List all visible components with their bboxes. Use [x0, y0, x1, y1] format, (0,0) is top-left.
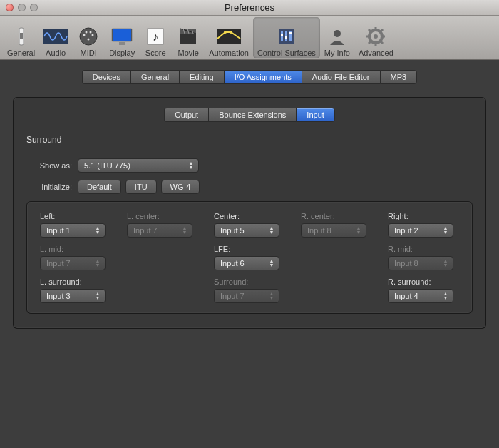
channel-value: Input 1	[46, 226, 71, 235]
channel-cell	[301, 245, 372, 270]
channel-label: Left:	[40, 212, 111, 220]
svg-point-18	[230, 31, 232, 34]
arrows-icon: ▲▼	[93, 290, 102, 302]
toolbar-my-info[interactable]: My Info	[320, 17, 354, 58]
tab-i-o-assignments[interactable]: I/O Assignments	[224, 70, 302, 84]
control-surfaces-icon	[274, 24, 299, 49]
svg-rect-11	[119, 42, 125, 45]
svg-point-3	[80, 28, 97, 45]
window-titlebar: Preferences	[0, 0, 499, 16]
zoom-button[interactable]	[30, 4, 38, 11]
toolbar-label: Automation	[209, 49, 249, 57]
channel-value: Input 7	[133, 226, 158, 235]
show-as-value: 5.1 (ITU 775)	[84, 161, 130, 170]
midi-icon	[76, 24, 101, 49]
channel-label: R. center:	[301, 212, 372, 220]
automation-icon	[217, 24, 241, 49]
initialize-row: Initialize: DefaultITUWG-4	[26, 180, 473, 194]
channel-label: L. mid:	[40, 245, 111, 253]
tab-general[interactable]: General	[130, 70, 179, 84]
toolbar-label: My Info	[324, 49, 350, 57]
channel-label: Right:	[388, 212, 459, 220]
preferences-toolbar: GeneralAudioMIDIDisplay♪ScoreMovieAutoma…	[0, 16, 499, 60]
subtab-output[interactable]: Output	[164, 108, 208, 122]
arrows-icon: ▲▼	[93, 257, 102, 270]
toolbar-midi[interactable]: MIDI	[72, 17, 105, 58]
initialize-default-button[interactable]: Default	[78, 180, 121, 194]
close-button[interactable]	[6, 4, 14, 11]
tab-mp3[interactable]: MP3	[380, 70, 418, 84]
channel-popup[interactable]: Input 1▲▼	[40, 223, 106, 238]
arrows-icon: ▲▼	[441, 257, 450, 270]
initialize-itu-button[interactable]: ITU	[125, 180, 157, 194]
svg-rect-25	[289, 32, 292, 34]
minimize-button[interactable]	[18, 4, 26, 11]
show-as-popup[interactable]: 5.1 (ITU 775) ▲▼	[78, 158, 199, 173]
arrows-icon: ▲▼	[180, 224, 189, 237]
channel-popup[interactable]: Input 3▲▼	[40, 289, 106, 303]
channel-cell: R. surround:Input 4▲▼	[388, 278, 459, 303]
toolbar-label: Control Surfaces	[257, 49, 316, 57]
svg-rect-21	[285, 31, 287, 41]
display-icon	[110, 24, 134, 49]
svg-line-33	[369, 29, 371, 31]
show-as-label: Show as:	[26, 161, 72, 170]
channel-value: Input 4	[394, 292, 418, 300]
toolbar-movie[interactable]: Movie	[172, 17, 205, 58]
toolbar-control-surfaces[interactable]: Control Surfaces	[253, 17, 320, 58]
traffic-lights	[6, 4, 38, 11]
tab-editing[interactable]: Editing	[179, 70, 224, 84]
primary-tabs: DevicesGeneralEditingI/O AssignmentsAudi…	[13, 70, 486, 84]
channel-cell: Right:Input 2▲▼	[388, 212, 459, 238]
io-assignments-group: OutputBounce ExtensionsInput Surround Sh…	[13, 97, 486, 329]
svg-rect-14	[180, 34, 196, 44]
toolbar-general[interactable]: General	[3, 17, 39, 58]
channel-cell: Center:Input 5▲▼	[214, 212, 285, 238]
tab-audio-file-editor[interactable]: Audio File Editor	[302, 70, 380, 84]
my-info-icon	[325, 24, 349, 49]
toolbar-label: General	[7, 49, 35, 57]
channel-cell	[127, 245, 198, 270]
subtab-input[interactable]: Input	[296, 108, 334, 122]
toolbar-audio[interactable]: Audio	[39, 17, 72, 58]
tab-devices[interactable]: Devices	[82, 70, 130, 84]
score-icon: ♪	[143, 24, 168, 49]
toolbar-advanced[interactable]: Advanced	[354, 17, 398, 58]
channel-popup[interactable]: Input 5▲▼	[214, 223, 279, 238]
channel-value: Input 3	[46, 292, 71, 300]
channel-value: Input 8	[394, 259, 418, 268]
svg-point-4	[83, 34, 86, 36]
channel-label: Center:	[214, 212, 285, 220]
subtab-bounce-extensions[interactable]: Bounce Extensions	[208, 108, 296, 122]
arrows-icon: ▲▼	[267, 290, 276, 302]
channel-label: L. surround:	[40, 278, 111, 286]
channel-cell: Left:Input 1▲▼	[40, 212, 111, 238]
initialize-wg4-button[interactable]: WG-4	[161, 180, 200, 194]
toolbar-score[interactable]: ♪Score	[139, 17, 172, 58]
channel-popup[interactable]: Input 4▲▼	[388, 289, 453, 303]
arrows-icon: ▲▼	[441, 224, 450, 237]
channel-popup: Input 8▲▼	[388, 256, 453, 270]
channel-popup[interactable]: Input 6▲▼	[214, 256, 279, 270]
secondary-tabs: OutputBounce ExtensionsInput	[26, 108, 473, 122]
channel-value: Input 7	[46, 259, 71, 268]
svg-point-8	[88, 38, 90, 40]
arrows-icon: ▲▼	[354, 224, 363, 237]
channel-cell: L. surround:Input 3▲▼	[40, 278, 111, 303]
movie-icon	[176, 24, 200, 49]
channel-value: Input 7	[220, 292, 245, 300]
svg-line-36	[369, 41, 371, 44]
channel-cell: Surround:Input 7▲▼	[214, 278, 285, 303]
channel-value: Input 2	[394, 226, 418, 235]
channel-cell: R. mid:Input 8▲▼	[388, 245, 459, 270]
channel-cell	[301, 278, 372, 303]
channel-value: Input 8	[307, 226, 331, 235]
svg-rect-10	[113, 29, 131, 41]
toolbar-display[interactable]: Display	[105, 17, 139, 58]
channel-cell: L. center:Input 7▲▼	[127, 212, 198, 238]
toolbar-automation[interactable]: Automation	[205, 17, 253, 58]
svg-point-17	[224, 31, 227, 34]
channel-label: R. surround:	[388, 278, 459, 286]
channel-popup[interactable]: Input 2▲▼	[388, 223, 453, 238]
channel-popup: Input 7▲▼	[127, 223, 192, 238]
